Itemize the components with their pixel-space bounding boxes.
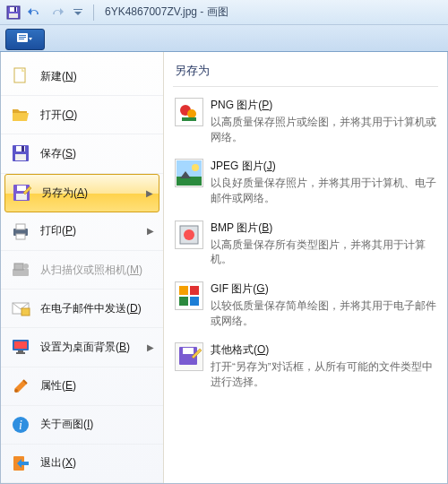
menu-item-label: 新建(N) xyxy=(40,69,154,84)
filename-text: 6YK4867007ZV.jpg xyxy=(105,5,197,18)
svg-point-42 xyxy=(184,229,194,240)
other-format-icon xyxy=(175,342,203,371)
ribbon-tabs xyxy=(0,25,448,52)
menu-item-about[interactable]: i关于画图(I) xyxy=(1,406,163,445)
menu-item-save[interactable]: 保存(S) xyxy=(1,134,163,173)
svg-point-35 xyxy=(187,109,196,118)
saveas-option-png[interactable]: PNG 图片(P)以高质量保存照片或绘图，并将其用于计算机或网络。 xyxy=(173,92,438,153)
format-desc: 打开“另存为”对话框，从所有可能的文件类型中进行选择。 xyxy=(211,359,436,389)
svg-point-39 xyxy=(192,164,199,171)
svg-rect-24 xyxy=(22,308,30,315)
menu-item-label: 从扫描仪或照相机(M) xyxy=(40,263,154,278)
mail-icon xyxy=(10,298,31,319)
saveas-option-other[interactable]: 其他格式(O)打开“另存为”对话框，从所有可能的文件类型中进行选择。 xyxy=(173,337,438,398)
svg-rect-19 xyxy=(16,234,25,239)
saveas-icon xyxy=(11,182,32,203)
svg-text:i: i xyxy=(19,419,22,432)
menu-item-label: 属性(E) xyxy=(40,378,154,393)
menu-item-label: 打印(P) xyxy=(40,223,147,238)
svg-rect-49 xyxy=(183,348,194,354)
menu-item-label: 保存(S) xyxy=(40,146,154,161)
png-format-icon xyxy=(175,98,203,126)
props-icon xyxy=(10,376,31,397)
svg-point-22 xyxy=(23,264,29,269)
format-desc: 以良好质量保存照片，并将其用于计算机、电子邮件或网络。 xyxy=(211,176,436,205)
menu-item-props[interactable]: 属性(E) xyxy=(1,367,163,406)
format-body: PNG 图片(P)以高质量保存照片或绘图，并将其用于计算机或网络。 xyxy=(211,98,436,144)
svg-rect-45 xyxy=(190,286,199,295)
svg-rect-15 xyxy=(17,186,26,191)
saveas-format-list: PNG 图片(P)以高质量保存照片或绘图，并将其用于计算机或网络。JPEG 图片… xyxy=(173,92,438,399)
appname-text: 画图 xyxy=(207,5,228,18)
qat-redo-icon[interactable] xyxy=(47,4,66,22)
print-icon xyxy=(10,220,31,242)
svg-rect-26 xyxy=(14,341,27,349)
svg-rect-7 xyxy=(19,37,26,38)
svg-rect-27 xyxy=(18,350,23,352)
bmp-format-icon xyxy=(175,220,203,249)
menu-item-desktop[interactable]: 设置为桌面背景(B)▶ xyxy=(1,328,163,367)
menu-item-print[interactable]: 打印(P)▶ xyxy=(1,212,163,251)
format-body: JPEG 图片(J)以良好质量保存照片，并将其用于计算机、电子邮件或网络。 xyxy=(211,159,436,205)
new-icon xyxy=(10,65,31,87)
desktop-icon xyxy=(10,336,31,358)
svg-rect-28 xyxy=(16,352,25,354)
format-body: BMP 图片(B)以高质量保存所有类型图片，并将其用于计算机。 xyxy=(211,220,436,267)
menu-item-new[interactable]: 新建(N) xyxy=(1,57,163,96)
menu-item-label: 在电子邮件中发送(D) xyxy=(40,301,154,316)
format-body: GIF 图片(G)以较低质量保存简单绘图，并将其用于电子邮件或网络。 xyxy=(211,281,436,328)
format-title: JPEG 图片(J) xyxy=(211,159,436,174)
submenu-arrow-icon: ▶ xyxy=(146,188,153,198)
menu-item-exit[interactable]: 退出(X) xyxy=(1,445,163,483)
svg-rect-8 xyxy=(19,39,24,39)
app-menu-right-column: 另存为 PNG 图片(P)以高质量保存照片或绘图，并将其用于计算机或网络。JPE… xyxy=(164,52,447,483)
gif-format-icon xyxy=(175,281,203,310)
svg-rect-12 xyxy=(22,146,24,151)
format-title: GIF 图片(G) xyxy=(211,281,436,297)
saveas-option-gif[interactable]: GIF 图片(G)以较低质量保存简单绘图，并将其用于电子邮件或网络。 xyxy=(173,276,438,337)
svg-rect-47 xyxy=(190,297,199,306)
menu-item-label: 设置为桌面背景(B) xyxy=(40,340,147,355)
svg-rect-36 xyxy=(182,117,196,121)
window-title: 6YK4867007ZV.jpg - 画图 xyxy=(105,4,228,20)
format-title: PNG 图片(P) xyxy=(211,98,436,113)
jpeg-format-icon xyxy=(175,159,203,187)
svg-rect-3 xyxy=(9,13,18,18)
menu-item-label: 打开(O) xyxy=(40,108,154,123)
svg-point-29 xyxy=(14,389,18,393)
svg-rect-44 xyxy=(179,286,188,295)
svg-rect-18 xyxy=(16,224,25,229)
svg-rect-2 xyxy=(14,7,16,12)
format-body: 其他格式(O)打开“另存为”对话框，从所有可能的文件类型中进行选择。 xyxy=(211,342,436,389)
app-menu-panel: 新建(N)打开(O)保存(S)另存为(A)▶打印(P)▶从扫描仪或照相机(M)在… xyxy=(0,52,448,484)
submenu-arrow-icon: ▶ xyxy=(147,342,154,352)
qat-undo-icon[interactable] xyxy=(25,4,45,22)
menu-item-saveas[interactable]: 另存为(A)▶ xyxy=(4,174,159,212)
submenu-arrow-icon: ▶ xyxy=(147,226,154,236)
svg-rect-4 xyxy=(73,9,82,10)
app-menu-button[interactable] xyxy=(5,29,45,50)
saveas-option-bmp[interactable]: BMP 图片(B)以高质量保存所有类型图片，并将其用于计算机。 xyxy=(173,215,438,276)
about-icon: i xyxy=(10,414,31,436)
saveas-option-jpeg[interactable]: JPEG 图片(J)以良好质量保存照片，并将其用于计算机、电子邮件或网络。 xyxy=(173,153,438,214)
qat-customize-icon[interactable] xyxy=(68,4,88,22)
svg-rect-13 xyxy=(15,154,26,160)
qat-save-icon[interactable] xyxy=(4,4,23,22)
format-desc: 以较低质量保存简单绘图，并将其用于电子邮件或网络。 xyxy=(211,298,436,328)
menu-item-mail[interactable]: 在电子邮件中发送(D) xyxy=(1,290,163,328)
format-title: BMP 图片(B) xyxy=(211,220,436,236)
svg-rect-46 xyxy=(179,297,188,306)
menu-item-label: 另存为(A) xyxy=(41,186,146,201)
qat-separator xyxy=(93,4,94,21)
titlebar: 6YK4867007ZV.jpg - 画图 xyxy=(0,0,448,25)
app-menu-left-column: 新建(N)打开(O)保存(S)另存为(A)▶打印(P)▶从扫描仪或照相机(M)在… xyxy=(1,52,164,483)
svg-rect-6 xyxy=(19,35,26,36)
format-title: 其他格式(O) xyxy=(211,342,436,358)
open-icon xyxy=(10,104,31,125)
save-icon xyxy=(10,143,31,164)
svg-rect-21 xyxy=(14,264,23,270)
menu-item-label: 退出(X) xyxy=(40,455,154,471)
menu-item-scanner: 从扫描仪或照相机(M) xyxy=(1,251,163,290)
menu-item-open[interactable]: 打开(O) xyxy=(1,96,163,134)
format-desc: 以高质量保存照片或绘图，并将其用于计算机或网络。 xyxy=(211,115,436,144)
